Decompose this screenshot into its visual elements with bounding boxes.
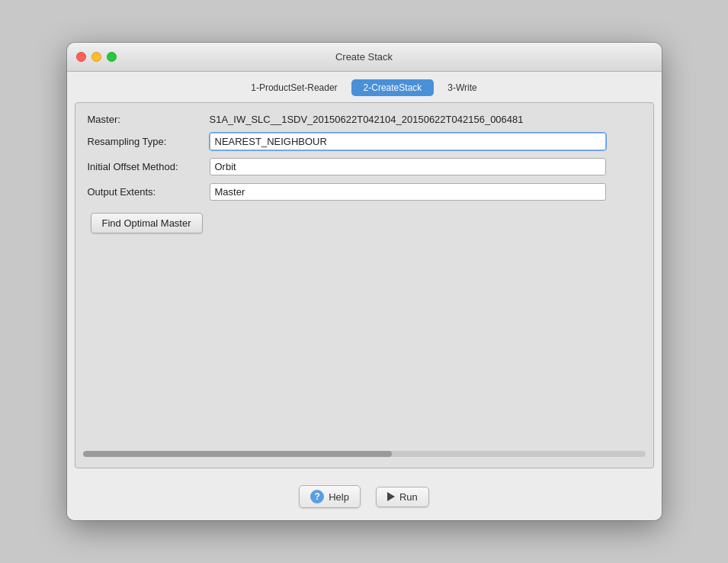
offset-row: Initial Offset Method: Orbit bbox=[88, 158, 641, 175]
window-title: Create Stack bbox=[335, 51, 393, 63]
tab-createstack[interactable]: 2-CreateStack bbox=[351, 79, 435, 96]
master-row: Master: S1A_IW_SLC__1SDV_20150622T042104… bbox=[88, 114, 641, 125]
run-icon bbox=[387, 492, 395, 501]
run-label: Run bbox=[399, 491, 418, 503]
tab-bar: 1-ProductSet-Reader 2-CreateStack 3-Writ… bbox=[67, 72, 662, 102]
help-icon: ? bbox=[310, 490, 324, 503]
progress-bar-fill bbox=[83, 451, 393, 457]
title-bar: Create Stack bbox=[67, 43, 662, 72]
close-button[interactable] bbox=[76, 52, 86, 62]
minimize-button[interactable] bbox=[91, 52, 101, 62]
extents-label: Output Extents: bbox=[88, 186, 210, 198]
extents-input[interactable]: Master bbox=[210, 183, 606, 201]
offset-input[interactable]: Orbit bbox=[210, 158, 606, 175]
help-label: Help bbox=[329, 491, 349, 503]
extents-row: Output Extents: Master bbox=[88, 183, 641, 201]
maximize-button[interactable] bbox=[107, 52, 117, 62]
progress-bar-container bbox=[83, 451, 646, 457]
master-value: S1A_IW_SLC__1SDV_20150622T042104_2015062… bbox=[210, 114, 524, 125]
help-button[interactable]: ? Help bbox=[299, 485, 361, 508]
run-button[interactable]: Run bbox=[376, 487, 429, 507]
bottom-bar: ? Help Run bbox=[67, 476, 662, 520]
offset-label: Initial Offset Method: bbox=[88, 161, 210, 172]
master-label: Master: bbox=[88, 114, 210, 125]
traffic-lights bbox=[76, 52, 117, 62]
resampling-input[interactable]: NEAREST_NEIGHBOUR bbox=[210, 133, 606, 150]
find-button-row: Find Optimal Master bbox=[88, 208, 641, 233]
find-optimal-master-button[interactable]: Find Optimal Master bbox=[91, 213, 203, 233]
main-window: Create Stack 1-ProductSet-Reader 2-Creat… bbox=[67, 43, 662, 520]
tab-productset-reader[interactable]: 1-ProductSet-Reader bbox=[239, 79, 349, 96]
resampling-label: Resampling Type: bbox=[88, 136, 210, 147]
resampling-row: Resampling Type: NEAREST_NEIGHBOUR bbox=[88, 133, 641, 150]
content-area: Master: S1A_IW_SLC__1SDV_20150622T042104… bbox=[75, 102, 654, 468]
tab-write[interactable]: 3-Write bbox=[435, 79, 489, 96]
